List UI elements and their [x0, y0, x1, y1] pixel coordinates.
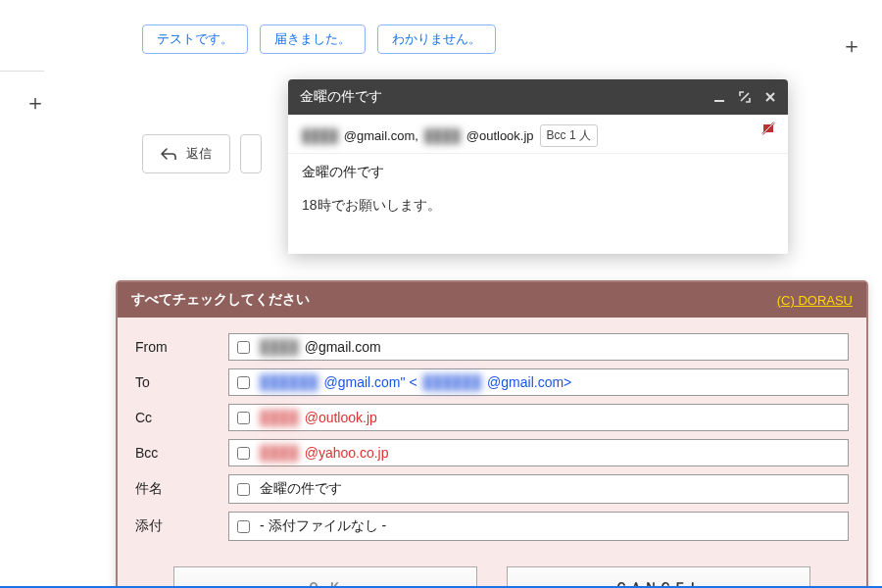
button-fragment	[240, 134, 262, 173]
compose-title: 金曜の件です	[300, 88, 700, 106]
minimize-icon[interactable]	[713, 91, 725, 103]
to-masked: ██████	[423, 374, 482, 390]
checkbox-attach[interactable]	[237, 520, 250, 533]
dialog-titlebar: すべてチェックしてください (C) DORASU	[118, 282, 866, 318]
field-subject[interactable]: 金曜の件です	[228, 474, 849, 504]
message-actions: 返信	[142, 134, 262, 173]
label-attach: 添付	[135, 517, 228, 535]
row-to: To ██████@gmail.com" <██████@gmail.com>	[135, 368, 849, 396]
label-subject: 件名	[135, 480, 228, 498]
field-to[interactable]: ██████@gmail.com" <██████@gmail.com>	[228, 368, 849, 396]
recipient-masked: ████	[424, 128, 461, 143]
checkbox-to[interactable]	[237, 376, 250, 389]
cancel-button[interactable]: ＣＡＮＣＥＬ	[507, 566, 810, 588]
compose-titlebar[interactable]: 金曜の件です	[288, 79, 788, 115]
smart-reply-chips: テストです。 届きました。 わかりません。	[142, 24, 496, 54]
smart-reply-chip[interactable]: 届きました。	[260, 24, 366, 54]
reply-arrow-icon	[161, 146, 176, 163]
label-from: From	[135, 339, 228, 355]
ok-button[interactable]: Ｏ Ｋ	[173, 566, 477, 588]
smart-reply-chip[interactable]: わかりません。	[377, 24, 496, 54]
from-masked: ████	[260, 339, 299, 355]
check-dialog: すべてチェックしてください (C) DORASU From ████@gmail…	[116, 280, 868, 588]
recipient-domain: @outlook.jp	[466, 128, 534, 143]
row-from: From ████@gmail.com	[135, 333, 849, 361]
reply-button-label: 返信	[186, 145, 212, 163]
label-cc: Cc	[135, 410, 228, 425]
checkbox-cc[interactable]	[237, 412, 250, 424]
confidential-off-icon[interactable]	[760, 121, 776, 136]
dialog-buttons: Ｏ Ｋ ＣＡＮＣＥＬ	[118, 557, 866, 588]
subject-value: 金曜の件です	[260, 480, 342, 498]
fullscreen-icon[interactable]	[739, 91, 751, 103]
recipient-domain: @gmail.com,	[344, 128, 418, 143]
dialog-title: すべてチェックしてください	[131, 291, 310, 309]
field-attach[interactable]: - 添付ファイルなし -	[228, 512, 849, 541]
row-subject: 件名 金曜の件です	[135, 474, 849, 504]
dialog-body: From ████@gmail.com To ██████@gmail.com"…	[118, 318, 866, 557]
row-cc: Cc ████@outlook.jp	[135, 404, 849, 431]
row-bcc: Bcc ████@yahoo.co.jp	[135, 439, 849, 466]
from-value: @gmail.com	[305, 339, 381, 355]
credit-link[interactable]: (C) DORASU	[777, 293, 853, 308]
to-value-tail: @gmail.com>	[487, 374, 571, 390]
compose-window: 金曜の件です ████ @gmail.com, ████ @outlook.jp…	[288, 79, 788, 254]
attach-value: - 添付ファイルなし -	[260, 517, 386, 535]
to-value: @gmail.com" <	[324, 374, 417, 390]
bcc-value: @yahoo.co.jp	[305, 445, 389, 461]
checkbox-subject[interactable]	[237, 483, 250, 496]
cc-masked: ████	[260, 410, 299, 425]
add-tab-icon[interactable]: ＋	[841, 31, 862, 61]
divider	[0, 71, 44, 72]
label-bcc: Bcc	[135, 445, 228, 461]
bcc-count-chip[interactable]: Bcc 1 人	[540, 124, 598, 147]
field-bcc[interactable]: ████@yahoo.co.jp	[228, 439, 849, 466]
reply-button[interactable]: 返信	[142, 134, 230, 173]
label-to: To	[135, 374, 228, 390]
recipient-masked: ████	[302, 128, 338, 143]
checkbox-bcc[interactable]	[237, 447, 250, 460]
compose-recipients[interactable]: ████ @gmail.com, ████ @outlook.jp Bcc 1 …	[288, 115, 788, 154]
svg-line-1	[741, 93, 749, 101]
field-cc[interactable]: ████@outlook.jp	[228, 404, 849, 431]
add-panel-icon[interactable]: ＋	[24, 88, 46, 118]
close-icon[interactable]	[764, 91, 776, 103]
compose-body[interactable]: 18時でお願いします。	[288, 191, 788, 254]
cc-value: @outlook.jp	[305, 410, 377, 425]
checkbox-from[interactable]	[237, 341, 250, 354]
field-from[interactable]: ████@gmail.com	[228, 333, 849, 361]
row-attach: 添付 - 添付ファイルなし -	[135, 512, 849, 541]
to-masked: ██████	[260, 374, 318, 390]
smart-reply-chip[interactable]: テストです。	[142, 24, 248, 54]
bcc-masked: ████	[260, 445, 299, 461]
compose-subject[interactable]: 金曜の件です	[288, 154, 788, 191]
